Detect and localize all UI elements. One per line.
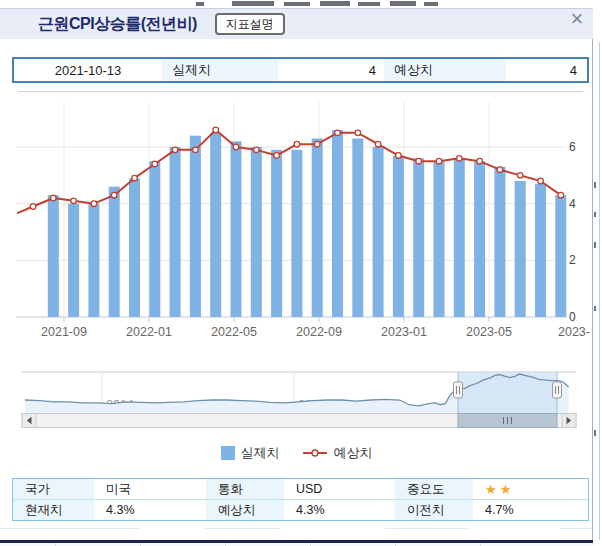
svg-text:2022-01: 2022-01 — [126, 325, 172, 339]
current-label: 현재치 — [13, 500, 94, 520]
country-value: 미국 — [94, 479, 206, 499]
chart-legend: 실제치 예상치 — [0, 444, 593, 462]
scrollbar-left-button[interactable] — [22, 414, 36, 428]
selected-point-info-bar: 2021-10-13 실제치 4 예상치 4 — [12, 57, 589, 83]
currency-value: USD — [284, 479, 395, 499]
svg-text:2: 2 — [569, 253, 576, 267]
previous-label: 이전치 — [395, 500, 473, 520]
page-title: 근원CPI상승률(전년비) — [38, 14, 197, 35]
forecast-value: 4 — [506, 59, 587, 81]
svg-text:2023-05: 2023-05 — [466, 325, 512, 339]
main-chart[interactable]: 2021-092022-012022-052022-092023-012023-… — [0, 92, 593, 342]
popup-header: 근원CPI상승률(전년비) 지표설명 — [0, 8, 593, 39]
currency-label: 통화 — [206, 479, 284, 499]
svg-text:2023-: 2023- — [558, 325, 590, 339]
table-row: 국가 미국 통화 USD 중요도 ★★ — [13, 479, 588, 499]
indicator-summary-table: 국가 미국 통화 USD 중요도 ★★ 현재치 4.3% 예상치 4.3% 이전… — [12, 478, 589, 521]
legend-forecast-label: 예상치 — [334, 444, 373, 462]
svg-text:2022-09: 2022-09 — [296, 325, 342, 339]
svg-text:2021-09: 2021-09 — [41, 325, 87, 339]
expected-value: 4.3% — [284, 500, 395, 520]
scrollbar-right-button[interactable] — [562, 414, 576, 428]
country-label: 국가 — [13, 479, 94, 499]
expected-label: 예상치 — [206, 500, 284, 520]
svg-text:2023-01: 2023-01 — [381, 325, 427, 339]
selected-date: 2021-10-13 — [14, 59, 162, 81]
importance-label: 중요도 — [395, 479, 473, 499]
legend-item-actual[interactable]: 실제치 — [221, 444, 280, 462]
importance-stars: ★★ — [473, 479, 588, 499]
underlying-page-right-strip — [593, 0, 602, 546]
indicator-description-button[interactable]: 지표설명 — [215, 13, 285, 35]
legend-item-forecast[interactable]: 예상치 — [302, 444, 373, 462]
navigator-chart[interactable]: 201420182022 — [0, 368, 593, 443]
forecast-series-marker — [302, 448, 328, 458]
close-icon[interactable]: × — [566, 9, 588, 31]
underlying-page-scroll-edge — [599, 42, 600, 540]
forecast-label: 예상치 — [384, 59, 506, 81]
navigator-handle-right[interactable] — [553, 382, 562, 398]
svg-text:6: 6 — [569, 140, 576, 154]
navigator-handle-left[interactable] — [454, 382, 463, 398]
previous-value: 4.7% — [473, 500, 588, 520]
table-row: 현재치 4.3% 예상치 4.3% 이전치 4.7% — [13, 499, 588, 520]
actual-label: 실제치 — [162, 59, 278, 81]
navigator-selected-range[interactable] — [458, 372, 557, 413]
svg-text:0: 0 — [569, 310, 576, 324]
svg-text:4: 4 — [569, 197, 576, 211]
screen: { "popup": { "title": "근원CPI상승률(전년비)", "… — [0, 0, 602, 546]
actual-value: 4 — [278, 59, 384, 81]
legend-actual-label: 실제치 — [241, 444, 280, 462]
svg-text:2022-05: 2022-05 — [211, 325, 257, 339]
actual-series-swatch — [221, 446, 235, 460]
current-value: 4.3% — [94, 500, 206, 520]
